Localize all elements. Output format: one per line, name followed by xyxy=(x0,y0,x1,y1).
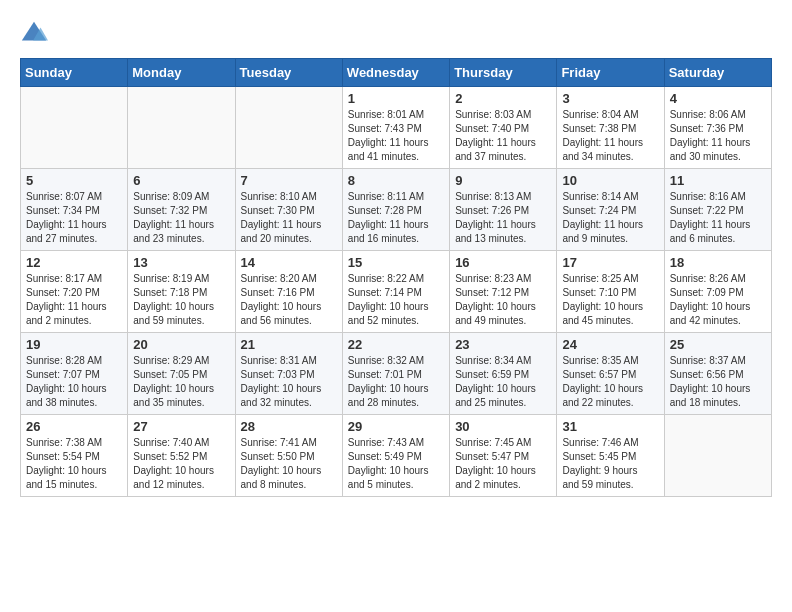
day-number: 3 xyxy=(562,91,658,106)
calendar-cell: 17Sunrise: 8:25 AM Sunset: 7:10 PM Dayli… xyxy=(557,251,664,333)
page-header xyxy=(20,20,772,48)
day-info: Sunrise: 8:37 AM Sunset: 6:56 PM Dayligh… xyxy=(670,354,766,410)
calendar-cell: 8Sunrise: 8:11 AM Sunset: 7:28 PM Daylig… xyxy=(342,169,449,251)
day-info: Sunrise: 8:03 AM Sunset: 7:40 PM Dayligh… xyxy=(455,108,551,164)
weekday-header-monday: Monday xyxy=(128,59,235,87)
day-number: 22 xyxy=(348,337,444,352)
day-number: 11 xyxy=(670,173,766,188)
day-number: 5 xyxy=(26,173,122,188)
day-info: Sunrise: 8:29 AM Sunset: 7:05 PM Dayligh… xyxy=(133,354,229,410)
week-row-2: 5Sunrise: 8:07 AM Sunset: 7:34 PM Daylig… xyxy=(21,169,772,251)
day-number: 25 xyxy=(670,337,766,352)
calendar-cell: 30Sunrise: 7:45 AM Sunset: 5:47 PM Dayli… xyxy=(450,415,557,497)
day-info: Sunrise: 7:41 AM Sunset: 5:50 PM Dayligh… xyxy=(241,436,337,492)
calendar-cell: 29Sunrise: 7:43 AM Sunset: 5:49 PM Dayli… xyxy=(342,415,449,497)
calendar-cell: 27Sunrise: 7:40 AM Sunset: 5:52 PM Dayli… xyxy=(128,415,235,497)
day-number: 13 xyxy=(133,255,229,270)
day-info: Sunrise: 8:20 AM Sunset: 7:16 PM Dayligh… xyxy=(241,272,337,328)
day-info: Sunrise: 8:09 AM Sunset: 7:32 PM Dayligh… xyxy=(133,190,229,246)
logo-icon xyxy=(20,20,48,48)
calendar-cell: 19Sunrise: 8:28 AM Sunset: 7:07 PM Dayli… xyxy=(21,333,128,415)
calendar-cell: 2Sunrise: 8:03 AM Sunset: 7:40 PM Daylig… xyxy=(450,87,557,169)
logo xyxy=(20,20,52,48)
week-row-1: 1Sunrise: 8:01 AM Sunset: 7:43 PM Daylig… xyxy=(21,87,772,169)
calendar-cell: 12Sunrise: 8:17 AM Sunset: 7:20 PM Dayli… xyxy=(21,251,128,333)
day-info: Sunrise: 8:31 AM Sunset: 7:03 PM Dayligh… xyxy=(241,354,337,410)
day-number: 8 xyxy=(348,173,444,188)
day-info: Sunrise: 8:23 AM Sunset: 7:12 PM Dayligh… xyxy=(455,272,551,328)
day-number: 20 xyxy=(133,337,229,352)
week-row-3: 12Sunrise: 8:17 AM Sunset: 7:20 PM Dayli… xyxy=(21,251,772,333)
calendar-cell xyxy=(21,87,128,169)
day-info: Sunrise: 8:22 AM Sunset: 7:14 PM Dayligh… xyxy=(348,272,444,328)
day-number: 24 xyxy=(562,337,658,352)
day-number: 23 xyxy=(455,337,551,352)
day-number: 18 xyxy=(670,255,766,270)
week-row-5: 26Sunrise: 7:38 AM Sunset: 5:54 PM Dayli… xyxy=(21,415,772,497)
weekday-header-tuesday: Tuesday xyxy=(235,59,342,87)
calendar-cell: 5Sunrise: 8:07 AM Sunset: 7:34 PM Daylig… xyxy=(21,169,128,251)
weekday-header-row: SundayMondayTuesdayWednesdayThursdayFrid… xyxy=(21,59,772,87)
calendar-cell: 28Sunrise: 7:41 AM Sunset: 5:50 PM Dayli… xyxy=(235,415,342,497)
calendar-cell xyxy=(128,87,235,169)
day-number: 4 xyxy=(670,91,766,106)
day-info: Sunrise: 8:06 AM Sunset: 7:36 PM Dayligh… xyxy=(670,108,766,164)
calendar-cell: 25Sunrise: 8:37 AM Sunset: 6:56 PM Dayli… xyxy=(664,333,771,415)
day-info: Sunrise: 7:43 AM Sunset: 5:49 PM Dayligh… xyxy=(348,436,444,492)
calendar-cell: 24Sunrise: 8:35 AM Sunset: 6:57 PM Dayli… xyxy=(557,333,664,415)
calendar-cell: 4Sunrise: 8:06 AM Sunset: 7:36 PM Daylig… xyxy=(664,87,771,169)
day-number: 12 xyxy=(26,255,122,270)
day-number: 15 xyxy=(348,255,444,270)
day-info: Sunrise: 8:04 AM Sunset: 7:38 PM Dayligh… xyxy=(562,108,658,164)
day-number: 14 xyxy=(241,255,337,270)
day-number: 1 xyxy=(348,91,444,106)
day-number: 7 xyxy=(241,173,337,188)
calendar-cell: 14Sunrise: 8:20 AM Sunset: 7:16 PM Dayli… xyxy=(235,251,342,333)
calendar-cell: 10Sunrise: 8:14 AM Sunset: 7:24 PM Dayli… xyxy=(557,169,664,251)
calendar-cell: 1Sunrise: 8:01 AM Sunset: 7:43 PM Daylig… xyxy=(342,87,449,169)
day-info: Sunrise: 8:34 AM Sunset: 6:59 PM Dayligh… xyxy=(455,354,551,410)
calendar-cell: 15Sunrise: 8:22 AM Sunset: 7:14 PM Dayli… xyxy=(342,251,449,333)
day-info: Sunrise: 8:28 AM Sunset: 7:07 PM Dayligh… xyxy=(26,354,122,410)
day-number: 10 xyxy=(562,173,658,188)
day-info: Sunrise: 8:26 AM Sunset: 7:09 PM Dayligh… xyxy=(670,272,766,328)
calendar-cell xyxy=(235,87,342,169)
day-info: Sunrise: 8:35 AM Sunset: 6:57 PM Dayligh… xyxy=(562,354,658,410)
day-number: 9 xyxy=(455,173,551,188)
day-info: Sunrise: 8:07 AM Sunset: 7:34 PM Dayligh… xyxy=(26,190,122,246)
day-number: 31 xyxy=(562,419,658,434)
calendar-cell: 22Sunrise: 8:32 AM Sunset: 7:01 PM Dayli… xyxy=(342,333,449,415)
weekday-header-saturday: Saturday xyxy=(664,59,771,87)
calendar-cell xyxy=(664,415,771,497)
calendar-table: SundayMondayTuesdayWednesdayThursdayFrid… xyxy=(20,58,772,497)
day-info: Sunrise: 7:46 AM Sunset: 5:45 PM Dayligh… xyxy=(562,436,658,492)
day-number: 28 xyxy=(241,419,337,434)
calendar-cell: 26Sunrise: 7:38 AM Sunset: 5:54 PM Dayli… xyxy=(21,415,128,497)
calendar-cell: 16Sunrise: 8:23 AM Sunset: 7:12 PM Dayli… xyxy=(450,251,557,333)
day-number: 26 xyxy=(26,419,122,434)
day-number: 29 xyxy=(348,419,444,434)
weekday-header-thursday: Thursday xyxy=(450,59,557,87)
calendar-cell: 18Sunrise: 8:26 AM Sunset: 7:09 PM Dayli… xyxy=(664,251,771,333)
calendar-cell: 6Sunrise: 8:09 AM Sunset: 7:32 PM Daylig… xyxy=(128,169,235,251)
day-number: 6 xyxy=(133,173,229,188)
calendar-cell: 20Sunrise: 8:29 AM Sunset: 7:05 PM Dayli… xyxy=(128,333,235,415)
day-info: Sunrise: 7:45 AM Sunset: 5:47 PM Dayligh… xyxy=(455,436,551,492)
day-number: 19 xyxy=(26,337,122,352)
day-info: Sunrise: 7:38 AM Sunset: 5:54 PM Dayligh… xyxy=(26,436,122,492)
day-info: Sunrise: 8:10 AM Sunset: 7:30 PM Dayligh… xyxy=(241,190,337,246)
day-info: Sunrise: 8:17 AM Sunset: 7:20 PM Dayligh… xyxy=(26,272,122,328)
calendar-cell: 7Sunrise: 8:10 AM Sunset: 7:30 PM Daylig… xyxy=(235,169,342,251)
day-info: Sunrise: 8:32 AM Sunset: 7:01 PM Dayligh… xyxy=(348,354,444,410)
day-info: Sunrise: 8:13 AM Sunset: 7:26 PM Dayligh… xyxy=(455,190,551,246)
day-info: Sunrise: 8:16 AM Sunset: 7:22 PM Dayligh… xyxy=(670,190,766,246)
day-info: Sunrise: 8:11 AM Sunset: 7:28 PM Dayligh… xyxy=(348,190,444,246)
calendar-cell: 31Sunrise: 7:46 AM Sunset: 5:45 PM Dayli… xyxy=(557,415,664,497)
weekday-header-wednesday: Wednesday xyxy=(342,59,449,87)
day-info: Sunrise: 8:25 AM Sunset: 7:10 PM Dayligh… xyxy=(562,272,658,328)
day-number: 16 xyxy=(455,255,551,270)
weekday-header-sunday: Sunday xyxy=(21,59,128,87)
day-info: Sunrise: 8:19 AM Sunset: 7:18 PM Dayligh… xyxy=(133,272,229,328)
day-number: 30 xyxy=(455,419,551,434)
week-row-4: 19Sunrise: 8:28 AM Sunset: 7:07 PM Dayli… xyxy=(21,333,772,415)
